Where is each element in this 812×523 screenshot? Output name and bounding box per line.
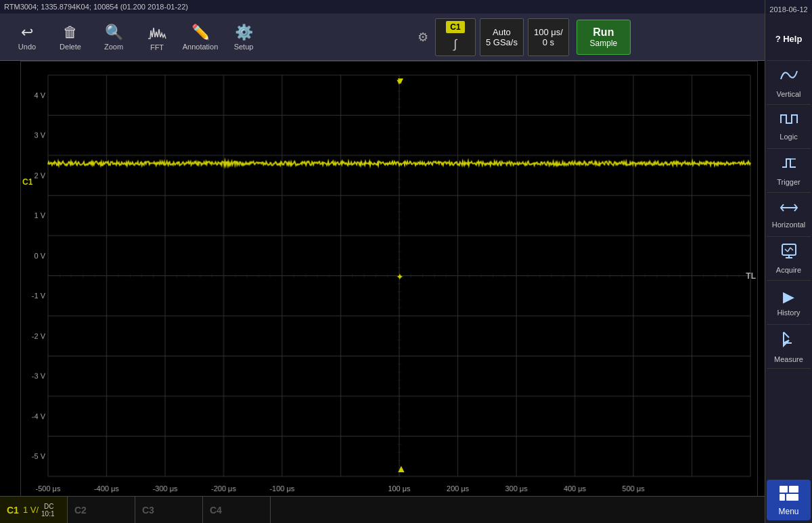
annotation-label: Annotation	[183, 43, 219, 51]
acquire-icon	[781, 243, 797, 263]
time-div-control[interactable]: 100 μs/ 0 s	[528, 18, 569, 56]
horizontal-button[interactable]: Horizontal	[767, 193, 811, 237]
sample-rate-value: 5 GSa/s	[486, 37, 518, 47]
channel-c4[interactable]: C4	[203, 497, 271, 524]
acquire-button[interactable]: Acquire	[767, 237, 811, 281]
c1-channel-value: 1 V/	[23, 505, 39, 515]
grid-canvas	[21, 62, 757, 497]
logic-button[interactable]: Logic	[767, 105, 811, 149]
scope-area: ▼ C1 TL ✦ ▲	[20, 61, 758, 497]
trigger-label: Trigger	[777, 178, 800, 186]
channel-c3[interactable]: C3	[135, 497, 203, 524]
measure-icon	[781, 329, 797, 353]
title-text: RTM3004; 1335.8794K04; 100854 (01.200 20…	[4, 3, 188, 11]
logic-label: Logic	[780, 133, 797, 141]
setup-icon: ⚙️	[235, 24, 253, 41]
undo-button[interactable]: ↩ Undo	[7, 17, 47, 58]
channel-gear-button[interactable]: ⚙	[413, 17, 433, 58]
annotation-icon: ✏️	[191, 24, 210, 41]
sample-mode-label: Sample	[590, 39, 618, 48]
svg-line-12	[784, 332, 789, 338]
time-div-value: 100 μs/	[534, 27, 563, 37]
trigger-mode-control[interactable]: Auto 5 GSa/s	[480, 18, 524, 56]
zoom-label: Zoom	[104, 43, 123, 51]
history-icon: ▶	[783, 288, 794, 306]
time-offset-value: 0 s	[543, 37, 554, 47]
waveform-icon: ∫	[454, 37, 457, 51]
tl-scope-label: TL	[746, 271, 756, 281]
c1-channel-label: C1	[7, 505, 19, 516]
trigger-button[interactable]: Trigger	[767, 149, 811, 193]
horizontal-label: Horizontal	[772, 221, 806, 229]
setup-label: Setup	[234, 43, 254, 51]
acquire-label: Acquire	[776, 266, 801, 274]
fft-icon	[147, 25, 167, 42]
c1-coupling: DC	[44, 503, 54, 510]
vertical-button[interactable]: Vertical	[767, 61, 811, 105]
c3-channel-label: C3	[142, 505, 154, 516]
measure-label: Measure	[774, 355, 803, 363]
delete-label: Delete	[60, 43, 81, 51]
svg-rect-13	[780, 486, 788, 493]
date-text: 2018-06-12	[769, 5, 807, 14]
history-label: History	[777, 309, 800, 317]
undo-icon: ↩	[21, 24, 33, 41]
delete-icon: 🗑	[63, 24, 78, 41]
vertical-label: Vertical	[776, 90, 800, 98]
menu-button[interactable]: Menu	[767, 480, 811, 520]
fft-label: FFT	[150, 43, 164, 51]
channel-c1[interactable]: C1 1 V/ DC 10:1	[0, 497, 68, 524]
run-label: Run	[593, 26, 614, 39]
svg-line-11	[790, 248, 793, 250]
fft-button[interactable]: FFT	[137, 17, 177, 58]
zoom-icon: 🔍	[105, 24, 123, 41]
c1-badge: C1	[446, 21, 464, 33]
trigger-mode-value: Auto	[493, 27, 511, 37]
annotation-button[interactable]: ✏️ Annotation	[180, 17, 221, 58]
help-button[interactable]: ? Help	[767, 17, 811, 61]
svg-rect-15	[780, 494, 785, 501]
undo-label: Undo	[18, 43, 36, 51]
run-button[interactable]: Run Sample	[577, 20, 631, 55]
title-bar: RTM3004; 1335.8794K04; 100854 (01.200 20…	[0, 0, 765, 14]
svg-line-10	[788, 248, 790, 252]
svg-rect-16	[786, 494, 798, 501]
history-button[interactable]: ▶ History	[767, 281, 811, 325]
menu-label: Menu	[778, 507, 798, 516]
delete-button[interactable]: 🗑 Delete	[50, 17, 91, 58]
trigger-icon	[781, 155, 797, 175]
trigger-marker: ▼	[396, 75, 405, 86]
crosshair-marker: ✦	[396, 271, 404, 282]
measure-button[interactable]: Measure	[767, 325, 811, 369]
svg-rect-14	[789, 486, 798, 493]
c4-channel-label: C4	[210, 505, 222, 516]
logic-icon	[780, 112, 798, 130]
svg-line-9	[785, 249, 788, 252]
top-controls: ⚙ C1 ∫ Auto 5 GSa/s 100 μs/ 0 s Run Samp…	[413, 14, 765, 61]
horizontal-icon	[780, 200, 798, 218]
c1-ratio: 10:1	[41, 510, 54, 518]
channel-c2[interactable]: C2	[68, 497, 135, 524]
zoom-button[interactable]: 🔍 Zoom	[93, 17, 134, 58]
menu-icon	[778, 484, 800, 507]
help-label: ? Help	[775, 34, 803, 44]
right-sidebar: ? Help Vertical Logic Trigger	[765, 14, 812, 523]
channel-selector[interactable]: C1 ∫	[435, 18, 476, 56]
vertical-icon	[780, 67, 798, 87]
channel-bar: C1 1 V/ DC 10:1 C2 C3 C4	[0, 496, 765, 523]
setup-button[interactable]: ⚙️ Setup	[223, 17, 264, 58]
c1-scope-label: C1	[22, 177, 32, 187]
trigger-arrow: ▲	[396, 463, 407, 475]
c2-channel-label: C2	[74, 505, 87, 516]
